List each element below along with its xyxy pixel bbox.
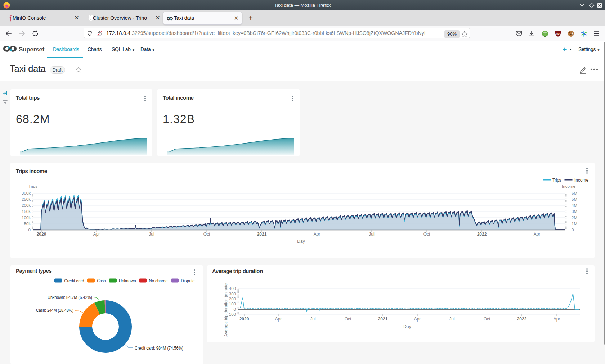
svg-text:0: 0: [234, 307, 236, 311]
svg-text:100: 100: [229, 302, 236, 306]
svg-text:-100: -100: [228, 312, 236, 317]
svg-text:Apr: Apr: [554, 317, 560, 322]
svg-text:2021: 2021: [378, 317, 388, 322]
svg-text:400: 400: [229, 286, 236, 291]
svg-text:Average trip duration (minute: Average trip duration (minute: [224, 283, 228, 337]
svg-text:Apr: Apr: [275, 317, 282, 322]
svg-text:2020: 2020: [239, 317, 249, 322]
svg-text:Oct: Oct: [484, 317, 490, 322]
svg-text:200: 200: [229, 297, 236, 301]
svg-text:Jul: Jul: [449, 317, 454, 322]
svg-text:Oct: Oct: [345, 317, 351, 322]
svg-text:2022: 2022: [517, 317, 527, 322]
svg-text:Day: Day: [403, 324, 411, 329]
svg-text:uO: uO: [556, 33, 560, 35]
svg-text:300: 300: [229, 292, 236, 296]
svg-text:Apr: Apr: [414, 317, 421, 322]
svg-text:Jul: Jul: [310, 317, 315, 322]
